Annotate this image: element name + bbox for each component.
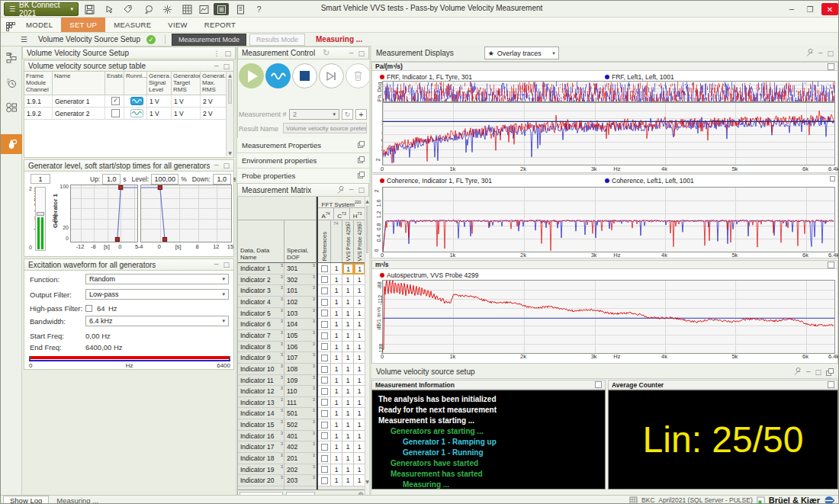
matrix-data-cell[interactable]: Indicator 63	[238, 319, 284, 330]
matrix-count-cell[interactable]: 1	[331, 408, 342, 419]
matrix-count-cell[interactable]: 1	[331, 397, 342, 408]
matrix-count-cell[interactable]: 1	[354, 441, 365, 453]
matrix-count-cell[interactable]: 1	[354, 263, 365, 274]
matrix-count-cell[interactable]: 1	[331, 364, 342, 375]
matrix-count-cell[interactable]: 1	[354, 274, 365, 285]
collapse-icon[interactable]: ─	[806, 368, 810, 376]
matrix-data-cell[interactable]: Indicator 163	[238, 431, 284, 441]
matrix-count-cell[interactable]: 1	[342, 386, 354, 397]
reference-checkbox[interactable]	[321, 388, 328, 395]
matrix-count-cell[interactable]: 1	[342, 464, 354, 475]
matrix-count-cell[interactable]: 1	[354, 330, 365, 342]
matrix-count-cell[interactable]: 1	[331, 297, 342, 308]
matrix-data-cell[interactable]: Indicator 173	[238, 441, 284, 453]
generator-selector[interactable]: 1	[31, 174, 50, 184]
matrix-row[interactable]: Indicator 233023111	[238, 274, 365, 285]
ramp-up-chart[interactable]	[70, 185, 138, 242]
enabled-checkbox[interactable]	[111, 109, 120, 117]
result-name-field[interactable]: Volume velocity source pretest	[283, 123, 367, 133]
matrix-data-cell[interactable]: Indicator 73	[238, 330, 284, 342]
matrix-data-cell[interactable]: Indicator 153	[238, 419, 284, 431]
matrix-row[interactable]: Indicator 531033111	[238, 308, 365, 319]
channel-tab-c[interactable]: C73	[334, 208, 350, 220]
matrix-dof-cell[interactable]: 3023	[284, 274, 317, 285]
matrix-data-cell[interactable]: Indicator 203	[238, 475, 284, 486]
matrix-count-cell[interactable]: 1	[354, 297, 365, 308]
up-time-field[interactable]: 1,0	[102, 174, 121, 185]
generator-button[interactable]	[265, 63, 291, 88]
reference-checkbox[interactable]	[321, 399, 328, 406]
matrix-data-cell[interactable]: Indicator 13	[238, 263, 284, 274]
matrix-count-cell[interactable]: 1	[331, 464, 342, 475]
matrix-count-cell[interactable]: 1	[342, 408, 354, 419]
matrix-row[interactable]: Indicator 1435013111	[238, 408, 365, 419]
matrix-dof-cell[interactable]: 1043	[284, 319, 317, 330]
section-environment-properties[interactable]: Environment properties	[237, 153, 369, 169]
matrix-count-cell[interactable]: 1	[331, 342, 342, 352]
reference-checkbox[interactable]	[321, 265, 328, 272]
matrix-count-cell[interactable]: 1	[342, 364, 354, 375]
matrix-data-cell[interactable]: Indicator 143	[238, 408, 284, 419]
reference-checkbox[interactable]	[321, 466, 328, 473]
collapse-icon[interactable]: ─	[818, 50, 822, 57]
minimize-window-icon[interactable]: ─	[783, 3, 800, 15]
snap-point-icon[interactable]	[161, 3, 174, 15]
matrix-row[interactable]: Indicator 1734023111	[238, 441, 365, 453]
matrix-dof-cell[interactable]: 1023	[284, 297, 317, 308]
matrix-count-cell[interactable]: 1	[342, 441, 354, 453]
matrix-count-cell[interactable]: 1	[354, 397, 365, 408]
matrix-count-cell[interactable]: 1	[331, 431, 342, 441]
collapse-icon[interactable]: ─	[214, 261, 218, 268]
wrench-icon[interactable]	[336, 186, 345, 194]
tab-measure[interactable]: MEASURE	[105, 18, 159, 32]
skip-button[interactable]	[319, 63, 344, 88]
matrix-count-cell[interactable]: 1	[331, 330, 342, 342]
column-header[interactable]: Runni...	[124, 72, 147, 95]
amplitude-slider[interactable]	[35, 187, 46, 251]
matrix-count-cell[interactable]: 1	[342, 297, 354, 308]
matrix-count-cell[interactable]: 1	[354, 431, 365, 441]
collapse-icon[interactable]: ─	[349, 50, 353, 57]
matrix-count-cell[interactable]: 1	[331, 375, 342, 386]
matrix-row[interactable]: Indicator 1535023111	[238, 419, 365, 431]
matrix-dof-column-header[interactable]: Special, DOF	[284, 220, 317, 263]
reference-checkbox[interactable]	[321, 310, 328, 316]
matrix-count-cell[interactable]: 1	[354, 453, 365, 464]
reference-checkbox[interactable]	[321, 299, 328, 306]
reference-checkbox[interactable]	[321, 355, 328, 361]
fft-system-group[interactable]: FFT System220	[318, 197, 365, 208]
frf-magnitude-plot[interactable]	[382, 102, 835, 165]
matrix-count-cell[interactable]: 1	[354, 342, 365, 352]
close-window-icon[interactable]: ✕	[821, 3, 838, 15]
matrix-count-cell[interactable]: 1	[342, 285, 354, 297]
matrix-row[interactable]: Indicator 1331113111	[238, 397, 365, 408]
results-mode-button[interactable]: Results Mode	[249, 34, 305, 46]
table-view-icon[interactable]	[181, 3, 194, 15]
level-field[interactable]: 100,00	[151, 174, 178, 185]
wrench-icon[interactable]	[805, 49, 814, 57]
enabled-checkbox[interactable]: ✓	[111, 97, 120, 105]
reference-checkbox[interactable]	[321, 366, 328, 373]
matrix-count-cell[interactable]: 1	[331, 319, 342, 330]
matrix-data-cell[interactable]: Indicator 53	[238, 308, 284, 319]
maximize-icon[interactable]: □	[223, 63, 230, 70]
column-header[interactable]: Enabl...	[105, 72, 124, 95]
matrix-count-cell[interactable]: 1	[354, 419, 365, 431]
matrix-count-cell[interactable]: 1	[354, 285, 365, 297]
matrix-count-cell[interactable]: 1	[342, 342, 354, 352]
reference-checkbox[interactable]	[321, 332, 328, 339]
counter-maximize-box[interactable]	[828, 381, 834, 388]
matrix-count-cell[interactable]: 1	[331, 419, 342, 431]
tab-view[interactable]: VIEW	[159, 18, 195, 32]
info-maximize-box[interactable]	[595, 381, 602, 388]
matrix-data-cell[interactable]: Indicator 83	[238, 342, 284, 352]
maximize-icon[interactable]: □	[223, 162, 230, 169]
bandwidth-select[interactable]: 6.4 kHz▾	[85, 316, 229, 326]
matrix-data-cell[interactable]: Indicator 43	[238, 297, 284, 308]
popout-icon[interactable]	[358, 172, 365, 180]
popout-icon[interactable]	[358, 156, 365, 165]
add-measurement-button[interactable]: +	[355, 109, 367, 120]
matrix-row[interactable]: Indicator 1832013111	[238, 453, 365, 464]
down-time-field[interactable]: 1,0	[213, 174, 231, 185]
matrix-dof-cell[interactable]: 1063	[284, 342, 317, 352]
